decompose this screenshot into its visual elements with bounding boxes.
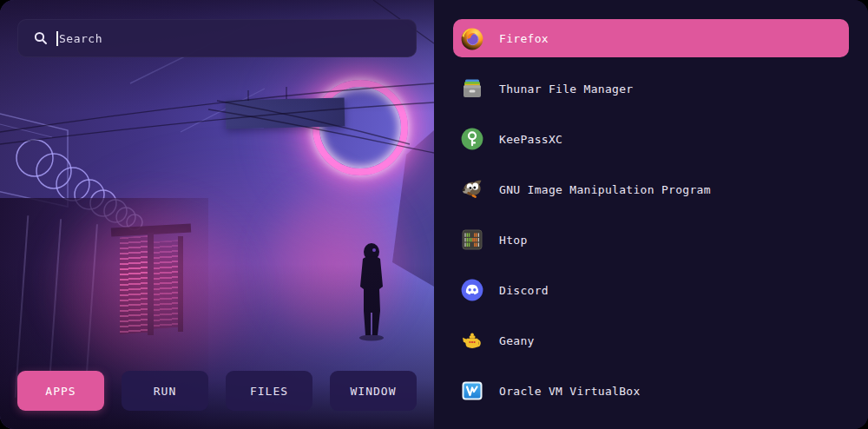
- app-list: Firefox Thunar File Manager: [434, 0, 868, 429]
- app-row-virtualbox[interactable]: Oracle VM VirtualBox: [453, 372, 849, 410]
- app-label: Oracle VM VirtualBox: [499, 385, 641, 398]
- app-launcher-window: APPS RUN FILES WINDOW: [0, 0, 868, 429]
- wall-post: [148, 233, 154, 335]
- app-row-thunar[interactable]: Thunar File Manager: [453, 69, 849, 108]
- mode-tabs: APPS RUN FILES WINDOW: [17, 371, 417, 411]
- person-silhouette: [354, 241, 389, 342]
- app-label: GNU Image Manipulation Program: [499, 183, 711, 196]
- app-label: Thunar File Manager: [499, 82, 633, 96]
- pink-fog: [260, 182, 417, 347]
- wallpaper-decor: [0, 0, 434, 429]
- geany-icon: [460, 328, 484, 353]
- tab-apps[interactable]: APPS: [17, 371, 104, 411]
- htop-icon: [460, 228, 484, 252]
- thunar-icon: [460, 76, 484, 101]
- app-label: KeePassXC: [499, 133, 562, 146]
- firefox-icon: [460, 26, 484, 50]
- tab-window[interactable]: WINDOW: [330, 371, 417, 411]
- roller-shutter: [154, 240, 178, 329]
- app-label: Geany: [499, 334, 535, 347]
- app-row-gimp[interactable]: GNU Image Manipulation Program: [453, 170, 849, 208]
- search-icon: [34, 31, 48, 45]
- tab-run[interactable]: RUN: [122, 371, 208, 411]
- tab-files[interactable]: FILES: [226, 371, 312, 411]
- search-bar[interactable]: [17, 19, 417, 57]
- gimp-icon: [460, 177, 484, 201]
- app-row-firefox[interactable]: Firefox: [453, 19, 849, 57]
- app-label: Firefox: [499, 32, 549, 45]
- wallpaper-gradient: [0, 0, 434, 429]
- app-row-discord[interactable]: Discord: [453, 271, 849, 309]
- power-lines: [0, 0, 434, 429]
- virtualbox-icon: [460, 379, 484, 403]
- app-row-keepassxc[interactable]: KeePassXC: [453, 120, 849, 158]
- roller-shutter: [120, 235, 149, 334]
- app-row-htop[interactable]: Htop: [453, 221, 849, 259]
- pink-fog: [35, 148, 399, 382]
- keepassxc-icon: [460, 127, 484, 151]
- discord-icon: [460, 278, 484, 302]
- billboard-sign: [226, 98, 345, 129]
- app-label: Htop: [499, 234, 528, 247]
- awning: [111, 224, 191, 237]
- search-input[interactable]: [59, 32, 404, 45]
- text-caret: [56, 31, 58, 46]
- app-row-geany[interactable]: Geany: [453, 321, 849, 360]
- wall-post: [178, 236, 183, 332]
- wallpaper-panel: APPS RUN FILES WINDOW: [0, 0, 434, 429]
- pink-fog: [52, 200, 252, 382]
- app-label: Discord: [499, 284, 549, 297]
- neon-ring: [312, 80, 408, 175]
